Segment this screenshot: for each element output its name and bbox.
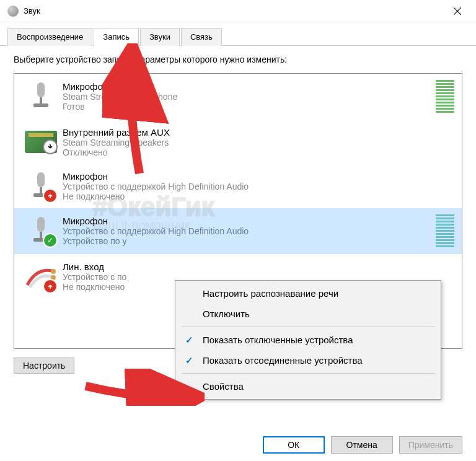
close-icon	[454, 7, 461, 15]
app-icon	[7, 6, 19, 17]
device-subtitle: Steam Streaming Speakers	[63, 138, 454, 147]
instruction-text: Выберите устройство записи, параметры ко…	[14, 55, 462, 64]
menu-disable[interactable]: Отключить	[175, 304, 441, 324]
tab-strip: Воспроизведение Запись Звуки Связь	[0, 22, 476, 46]
menu-separator	[182, 327, 434, 327]
tab-communications[interactable]: Связь	[181, 28, 222, 46]
disabled-badge-icon	[43, 139, 58, 154]
device-info: Микрофон Устройство с поддержкой High De…	[63, 214, 436, 246]
device-status: Готов	[63, 102, 436, 112]
unplugged-badge-icon	[43, 279, 58, 294]
device-info: Микрофон Steam Streaming Microphone Гото…	[63, 80, 436, 112]
tab-sounds[interactable]: Звуки	[140, 28, 180, 46]
device-status: Отключено	[63, 147, 454, 157]
device-subtitle: Устройство с поддержкой High Definition …	[63, 226, 436, 236]
apply-button[interactable]: Применить	[399, 436, 462, 454]
device-info: Микрофон Устройство с поддержкой High De…	[63, 170, 454, 201]
level-meter	[436, 214, 454, 248]
titlebar: Звук	[0, 0, 476, 22]
svg-rect-4	[33, 103, 48, 107]
svg-point-11	[51, 269, 56, 274]
svg-rect-2	[37, 82, 45, 97]
tab-playback[interactable]: Воспроизведение	[7, 28, 92, 46]
tab-recording[interactable]: Запись	[94, 28, 139, 46]
device-info: Внутренний разъем AUX Steam Streaming Sp…	[63, 126, 454, 157]
context-menu: Настроить распознавание речи Отключить П…	[175, 280, 441, 400]
svg-rect-8	[37, 217, 45, 232]
device-icon-wrap	[19, 126, 63, 153]
svg-rect-3	[40, 97, 42, 103]
ok-button[interactable]: ОК	[263, 436, 325, 454]
device-icon-wrap	[19, 260, 63, 292]
device-name: Микрофон	[63, 216, 436, 226]
device-icon-wrap	[19, 170, 63, 202]
device-name: Внутренний разъем AUX	[63, 127, 454, 138]
menu-show-disabled[interactable]: Показать отключенные устройства	[175, 330, 441, 350]
device-icon-wrap: ✓	[19, 214, 63, 247]
window-title: Звук	[24, 6, 40, 15]
device-status: Устройство по у	[63, 236, 436, 246]
sound-window: Звук Воспроизведение Запись Звуки Связь …	[0, 0, 476, 461]
menu-configure-speech[interactable]: Настроить распознавание речи	[175, 283, 441, 304]
svg-rect-9	[40, 232, 42, 238]
menu-properties[interactable]: Свойства	[175, 376, 441, 397]
default-badge-icon: ✓	[43, 233, 58, 248]
svg-rect-5	[37, 172, 45, 187]
close-button[interactable]	[445, 2, 470, 20]
device-name: Микрофон	[63, 81, 436, 92]
microphone-icon	[25, 80, 57, 112]
unplugged-badge-icon	[43, 188, 58, 203]
menu-separator	[182, 373, 434, 374]
device-name: Лин. вход	[63, 261, 454, 272]
menu-show-disconnected[interactable]: Показать отсоединенные устройства	[175, 350, 441, 371]
level-meter	[436, 80, 454, 113]
device-subtitle: Steam Streaming Microphone	[63, 92, 436, 102]
device-name: Микрофон	[63, 171, 454, 182]
device-status: Не подключено	[63, 191, 454, 201]
device-subtitle: Устройство с поддержкой High Definition …	[63, 182, 454, 191]
device-row[interactable]: Внутренний разъем AUX Steam Streaming Sp…	[14, 120, 462, 164]
device-row[interactable]: Микрофон Steam Streaming Microphone Гото…	[14, 74, 462, 120]
configure-button[interactable]: Настроить	[14, 358, 74, 374]
device-icon-wrap	[19, 80, 63, 112]
device-row-selected[interactable]: ✓ Микрофон Устройство с поддержкой High …	[14, 208, 462, 254]
dialog-buttons: ОК Отмена Применить	[263, 436, 462, 454]
device-row[interactable]: Микрофон Устройство с поддержкой High De…	[14, 164, 462, 208]
cancel-button[interactable]: Отмена	[331, 436, 393, 454]
svg-rect-6	[40, 187, 42, 193]
